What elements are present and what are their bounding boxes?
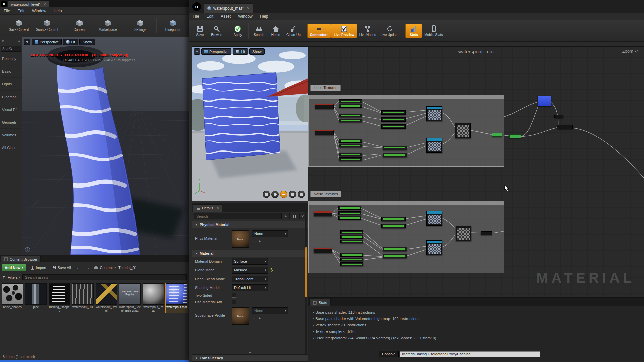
asset-tile-selected[interactable]: waterspout mat <box>166 283 188 313</box>
details-search-input[interactable] <box>194 213 282 219</box>
graph-node[interactable] <box>339 144 362 147</box>
menu-file[interactable]: File <box>0 7 14 15</box>
tab-stats[interactable]: Stats <box>309 299 331 306</box>
mode-item-visual-effects[interactable]: Visual Ef <box>0 103 22 116</box>
menu-edit[interactable]: Edit <box>14 7 28 15</box>
section-material[interactable]: ▼ Material <box>192 250 308 257</box>
show-button[interactable]: Show <box>79 39 95 45</box>
content-button[interactable]: Content <box>65 19 94 32</box>
back-button[interactable]: ← <box>75 265 82 270</box>
mode-item-lights[interactable]: Lights <box>0 78 22 90</box>
graph-node[interactable] <box>340 235 363 239</box>
blueprints-button[interactable]: Blueprints <box>159 19 187 32</box>
console-input[interactable] <box>400 351 540 357</box>
graph-node[interactable] <box>481 231 492 235</box>
import-button[interactable]: Import <box>29 264 48 272</box>
lit-button[interactable]: Lit <box>233 48 248 55</box>
material-title-bar[interactable]: u waterspout_mat* × <box>189 0 644 13</box>
browse-to-asset-icon[interactable] <box>259 239 262 243</box>
close-icon[interactable]: × <box>247 6 249 11</box>
graph-node[interactable] <box>554 115 563 118</box>
lit-button[interactable]: Lit <box>63 39 78 45</box>
browse-button[interactable]: Browse <box>208 24 225 38</box>
sphere-shape-button[interactable] <box>271 191 279 198</box>
menu-file[interactable]: File <box>189 13 203 20</box>
mobile-stats-button[interactable]: Mobile Stats <box>422 24 445 38</box>
texture-sample-node[interactable] <box>426 211 442 226</box>
menu-window[interactable]: Window <box>234 13 256 20</box>
viewport-options-button[interactable]: ▾ <box>24 39 30 45</box>
mode-item-all-classes[interactable]: All Class <box>0 141 22 154</box>
graph-node[interactable] <box>314 248 332 253</box>
graph-node[interactable] <box>339 153 362 156</box>
asset-tile[interactable]: Map Build Data Registrywaterspout_ level… <box>119 283 141 313</box>
breadcrumb-current[interactable]: Tutorial_01 <box>118 266 137 270</box>
live-nodes-button[interactable]: Live Nodes <box>357 24 378 38</box>
graph-node[interactable] <box>509 134 521 138</box>
marketplace-button[interactable]: Marketplace <box>94 19 122 32</box>
perspective-button[interactable]: Perspective <box>32 39 62 45</box>
grid-view-icon[interactable] <box>291 213 298 219</box>
section-physical-material[interactable]: ▼ Physical Material <box>192 221 308 228</box>
console-button[interactable]: Console <box>379 351 399 357</box>
eye-icon[interactable] <box>299 213 306 219</box>
reset-to-default-icon[interactable] <box>269 268 273 272</box>
graph-node[interactable] <box>339 119 362 122</box>
tab-waterspout-mat[interactable]: waterspout_mat* × <box>204 3 253 13</box>
stats-button[interactable]: Stats <box>405 24 422 38</box>
asset-search-input[interactable] <box>22 274 187 280</box>
save-all-button[interactable]: Save All <box>50 264 73 272</box>
graph-node[interactable] <box>557 125 573 129</box>
graph-node[interactable] <box>315 104 334 109</box>
show-button[interactable]: Show <box>249 48 265 55</box>
source-control-button[interactable]: Source Control <box>33 19 61 32</box>
vertical-scrollbar-thumb[interactable] <box>305 247 307 297</box>
graph-node[interactable] <box>338 216 361 220</box>
info-icon[interactable]: i <box>25 247 30 252</box>
use-selected-icon[interactable]: ← <box>252 316 256 320</box>
add-new-button[interactable]: Add New <box>2 264 26 272</box>
modes-search[interactable]: Sea <box>1 46 21 52</box>
use-selected-icon[interactable]: ← <box>252 239 256 243</box>
subsurface-profile-dropdown[interactable]: None <box>252 307 288 314</box>
search-icon[interactable] <box>283 213 290 219</box>
menu-edit[interactable]: Edit <box>203 13 217 20</box>
asset-tile[interactable]: waterspout_ level <box>95 283 117 313</box>
forward-button[interactable]: → <box>84 265 91 270</box>
cube-shape-button[interactable] <box>289 191 296 198</box>
tab-details[interactable]: Details × <box>193 204 222 212</box>
asset-tile[interactable]: noise_shapes <box>1 283 23 313</box>
graph-node[interactable] <box>339 104 362 108</box>
graph-node[interactable] <box>383 146 407 150</box>
material-preview-viewport[interactable]: z ▾ Perspective Lit Show <box>192 46 308 201</box>
use-material-attributes-checkbox[interactable] <box>232 300 236 304</box>
home-button[interactable]: Home <box>267 24 284 38</box>
mode-item-cinematic[interactable]: Cinemati <box>0 90 22 103</box>
graph-node[interactable] <box>381 217 406 221</box>
graph-node[interactable] <box>339 99 362 103</box>
asset-tile[interactable]: waterspout_ 01 <box>72 283 94 313</box>
graph-node[interactable] <box>383 153 407 157</box>
phys-material-thumbnail[interactable]: None <box>232 230 249 248</box>
mode-item-geometry[interactable]: Geometr <box>0 116 22 129</box>
expand-icon[interactable]: » <box>18 39 20 43</box>
tab-content-browser[interactable]: Content Browser <box>1 256 41 262</box>
shading-model-dropdown[interactable]: Default Lit <box>232 284 268 291</box>
save-button[interactable]: Save <box>192 24 208 38</box>
asset-tile[interactable]: pipe <box>25 283 47 313</box>
mode-item-volumes[interactable]: Volumes <box>0 129 22 141</box>
section-translucency[interactable]: ▼ Translucency <box>192 354 308 362</box>
level-viewport[interactable]: ▾ Perspective Lit Show LIGHTING NEEDS TO… <box>22 37 189 255</box>
material-domain-dropdown[interactable]: Surface <box>232 258 268 265</box>
material-output-node[interactable] <box>538 96 551 106</box>
perspective-button[interactable]: Perspective <box>201 48 231 55</box>
close-icon[interactable]: × <box>44 2 46 7</box>
graph-node[interactable] <box>492 133 502 137</box>
material-graph[interactable]: waterspout_mat Zoom -7 MATERIAL Lines Te… <box>308 46 644 298</box>
texture-sample-node[interactable] <box>426 106 442 121</box>
graph-node[interactable] <box>340 240 363 243</box>
texture-sample-node[interactable] <box>426 240 442 255</box>
two-sided-checkbox[interactable] <box>232 293 236 298</box>
graph-node[interactable] <box>339 157 362 161</box>
teapot-shape-button[interactable] <box>298 191 305 198</box>
